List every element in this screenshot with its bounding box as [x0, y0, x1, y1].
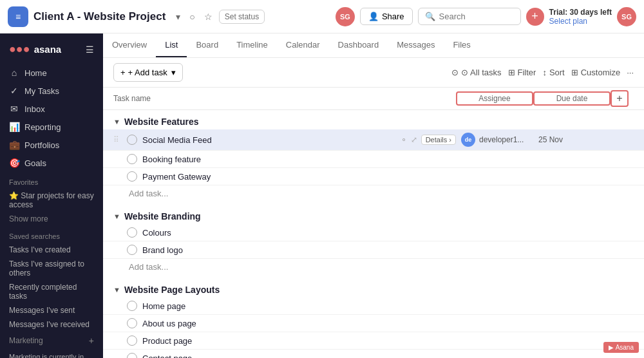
table-row[interactable]: ⠿ Brand logo	[103, 241, 644, 259]
asana-logo: ●●● asana	[9, 42, 61, 56]
saved-tasks-assigned[interactable]: Tasks I've assigned to others	[0, 257, 103, 280]
select-plan-link[interactable]: Select plan	[549, 17, 612, 26]
column-header-due-date[interactable]: Due date	[533, 91, 611, 106]
marketing-trial-box: Marketing is currently in trial. Learn m…	[0, 347, 103, 358]
content-toolbar: + + Add task ▾ ⊙ ⊙ All tasks ⊞ Filter ↕	[103, 58, 644, 88]
plus-icon: +	[120, 68, 126, 77]
add-task-button[interactable]: + + Add task ▾	[113, 63, 183, 82]
saved-searches-title: Saved searches	[0, 226, 103, 243]
task-name-label: Home page	[142, 301, 185, 311]
tab-list[interactable]: List	[156, 33, 187, 57]
task-check-icon[interactable]	[127, 318, 137, 328]
more-options-button[interactable]: ···	[627, 68, 634, 77]
task-left: ⠿ About us page	[113, 318, 456, 328]
add-column-button[interactable]: +	[611, 90, 629, 107]
add-marketing-icon[interactable]: +	[89, 335, 94, 346]
details-button[interactable]: Details ›	[421, 135, 456, 145]
sidebar-item-home[interactable]: ⌂ Home	[0, 64, 103, 82]
tab-dashboard[interactable]: Dashboard	[329, 33, 388, 57]
task-check-icon[interactable]	[127, 335, 137, 346]
saved-tasks-created[interactable]: Tasks I've created	[0, 243, 103, 257]
topbar-actions: ▾ ○ ☆ Set status	[173, 10, 265, 24]
tab-files[interactable]: Files	[444, 33, 479, 57]
section-title: Website Branding	[124, 211, 201, 221]
table-row[interactable]: ⠿ Colours	[103, 224, 644, 241]
customize-button[interactable]: ⊞ Customize	[571, 68, 620, 77]
share-button[interactable]: 👤 Share	[360, 8, 413, 25]
add-task-inline[interactable]: Add task...	[103, 259, 644, 278]
sidebar-item-portfolios[interactable]: 💼 Portfolios	[0, 136, 103, 154]
marketing-section-label: Marketing	[9, 336, 43, 345]
project-title: Client A - Website Project	[33, 10, 166, 23]
sidebar-item-my-tasks[interactable]: ✓ My Tasks	[0, 82, 103, 100]
task-check-icon[interactable]	[127, 135, 137, 145]
column-header-task-name: Task name	[113, 94, 456, 103]
section-website-features: ▼ Website Features	[103, 110, 644, 129]
section-collapse-icon[interactable]: ▼	[113, 118, 120, 126]
table-header: Task name Assignee Due date +	[103, 88, 644, 110]
column-header-assignee[interactable]: Assignee	[456, 91, 533, 106]
add-task-inline[interactable]: Add task...	[103, 185, 644, 205]
task-check-icon[interactable]	[127, 245, 137, 255]
task-check-icon[interactable]	[127, 227, 137, 238]
task-name-label: About us page	[142, 319, 196, 328]
trial-banner-label: ▶ Asana	[603, 342, 639, 353]
sidebar-item-reporting[interactable]: 📊 Reporting	[0, 118, 103, 136]
section-website-branding: ▼ Website Branding	[103, 205, 644, 224]
user-avatar-right: SG	[617, 7, 636, 26]
table-row[interactable]: ⠿ Product page	[103, 332, 644, 350]
task-left: ⠿ Booking feature	[113, 154, 456, 164]
show-more-link[interactable]: Show more	[0, 212, 103, 226]
sort-button[interactable]: ↕ Sort	[542, 68, 564, 77]
hamburger-menu-icon[interactable]: ≡	[15, 12, 21, 22]
reporting-icon: 📊	[9, 122, 19, 132]
saved-recently-completed[interactable]: Recently completed tasks	[0, 280, 103, 303]
tab-timeline[interactable]: Timeline	[227, 33, 277, 57]
table-row[interactable]: ⠿ Home page	[103, 297, 644, 315]
toolbar-right: ⊙ ⊙ All tasks ⊞ Filter ↕ Sort ⊞ Customiz…	[451, 68, 634, 77]
trial-title: Trial: 30 days left	[549, 8, 612, 17]
table-row[interactable]: ⠿ About us page	[103, 315, 644, 332]
favorites-placeholder[interactable]: ⭐ Star projects for easy access	[0, 189, 103, 212]
saved-messages-received[interactable]: Messages I've received	[0, 317, 103, 332]
section-collapse-icon[interactable]: ▼	[113, 286, 120, 294]
task-left: ⠿ Home page	[113, 301, 456, 311]
search-input[interactable]	[439, 12, 514, 21]
like-icon[interactable]: ○	[187, 10, 197, 23]
sidebar-item-label: Goals	[24, 158, 46, 168]
tab-overview[interactable]: Overview	[103, 33, 156, 57]
all-tasks-icon: ⊙	[451, 68, 459, 77]
hamburger-icon[interactable]: ☰	[86, 44, 94, 55]
table-row[interactable]: ⠿ Social Media Feed ⚬ ⤢ Details › de dev…	[103, 129, 644, 151]
sidebar-item-inbox[interactable]: ✉ Inbox	[0, 100, 103, 118]
task-check-icon[interactable]	[127, 154, 137, 164]
table-row[interactable]: ⠿ Payment Gateway	[103, 168, 644, 185]
task-icons: ⚬ ⤢ Details ›	[401, 135, 456, 145]
global-add-button[interactable]: +	[526, 8, 544, 26]
task-check-icon[interactable]	[127, 353, 137, 358]
trial-box: Trial: 30 days left Select plan	[549, 8, 612, 26]
saved-messages-sent[interactable]: Messages I've sent	[0, 303, 103, 317]
task-check-icon[interactable]	[127, 301, 137, 311]
task-check-icon[interactable]	[127, 171, 137, 182]
share-icon: 👤	[368, 12, 379, 21]
all-tasks-button[interactable]: ⊙ ⊙ All tasks	[451, 68, 501, 77]
filter-button[interactable]: ⊞ Filter	[508, 68, 536, 77]
asana-logo-icon: ●●●	[9, 42, 30, 56]
tab-board[interactable]: Board	[187, 33, 227, 57]
section-title: Website Page Layouts	[124, 285, 220, 295]
expand-icon[interactable]: ⤢	[411, 135, 417, 144]
task-name-label: Booking feature	[142, 155, 201, 164]
tab-calendar[interactable]: Calendar	[277, 33, 329, 57]
set-status-button[interactable]: Set status	[219, 10, 265, 24]
section-website-page-layouts: ▼ Website Page Layouts	[103, 278, 644, 297]
table-row[interactable]: ⠿ Contact page	[103, 350, 644, 358]
table-row[interactable]: ⠿ Booking feature	[103, 151, 644, 168]
chevron-down-icon[interactable]: ▾	[173, 10, 183, 23]
tab-messages[interactable]: Messages	[388, 33, 444, 57]
sidebar-item-goals[interactable]: 🎯 Goals	[0, 154, 103, 172]
star-icon[interactable]: ☆	[202, 10, 215, 23]
section-collapse-icon[interactable]: ▼	[113, 212, 120, 220]
goals-icon: 🎯	[9, 158, 19, 168]
drag-handle-icon: ⠿	[113, 135, 119, 144]
